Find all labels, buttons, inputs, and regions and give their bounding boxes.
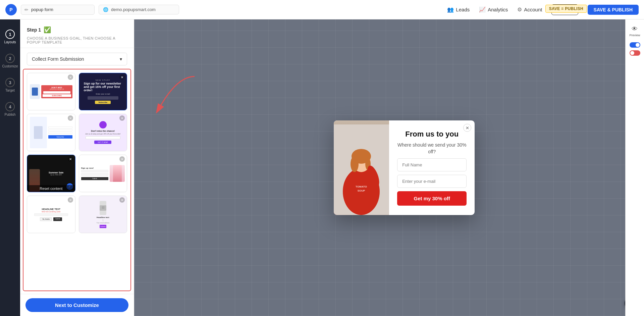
template-close-1[interactable]: ✕ [68, 74, 73, 80]
popup-close-button[interactable]: ✕ [463, 124, 471, 132]
popup-title: From us to you [397, 130, 467, 139]
globe-icon: 🌐 [103, 7, 108, 12]
leads-icon: 👥 [447, 6, 454, 13]
account-nav-link[interactable]: ⚙ Account [517, 6, 542, 13]
popup-cta-button[interactable]: Get my 30% off [397, 191, 467, 206]
template-close-6[interactable]: ✕ [119, 156, 125, 162]
template-preview-7: HEADLINE TEXT Write here something usefu… [27, 196, 75, 233]
template-close-7[interactable]: ✕ [68, 197, 73, 203]
popup-right-panel: ✕ From us to you Where should we send yo… [389, 120, 475, 215]
svg-text:SOUP: SOUP [358, 189, 365, 192]
save-publish-badge: SAVE = PUBLISH [545, 5, 587, 13]
step-number-4: 4 [5, 102, 15, 111]
toggle-off[interactable] [630, 50, 640, 56]
step-label-publish: Publish [5, 113, 16, 117]
step-number-3: 3 [5, 78, 15, 87]
analytics-nav-link[interactable]: 📈 Analytics [479, 6, 508, 13]
step-item-target[interactable]: 3 Target [1, 74, 19, 96]
main-content: 1 Layouts 2 Customize 3 Target 4 Publish… [0, 19, 644, 316]
step-item-publish[interactable]: 4 Publish [1, 99, 19, 120]
preview-button[interactable]: 👁 Preview [627, 23, 642, 40]
nav-links: 👥 Leads 📈 Analytics ⚙ Account SAVE SAVE … [447, 4, 639, 15]
step-subtitle: CHOOSE A BUSINESS GOAL, THEN CHOOSE A PO… [27, 36, 127, 44]
popup-name-field[interactable] [397, 158, 467, 171]
logo[interactable]: P [5, 4, 17, 15]
template-close-4[interactable]: ✕ [119, 115, 125, 121]
popup-figure: TOMATO SOUP [334, 120, 389, 215]
edit-icon: ✏ [24, 7, 29, 12]
goal-dropdown-label: Collect Form Submission [32, 56, 84, 62]
chevron-down-icon: ▾ [120, 56, 122, 62]
goal-dropdown[interactable]: Collect Form Submission ▾ [27, 53, 127, 65]
template-preview-3: Subscribe [27, 114, 75, 151]
template-close-5[interactable]: ✕ [68, 156, 73, 162]
leads-nav-link[interactable]: 👥 Leads [447, 6, 470, 13]
template-close-8[interactable]: ✕ [119, 197, 125, 203]
template-preview-1: DON'T MISS UPDATES FROM US SUBSCRIBE [27, 73, 75, 110]
toggle-on[interactable] [630, 42, 640, 48]
site-url-bar: 🌐 demo.popupsmart.com [99, 5, 179, 14]
step-label-target: Target [5, 89, 15, 93]
site-url: demo.popupsmart.com [111, 7, 156, 12]
template-close-3[interactable]: ✕ [68, 115, 73, 121]
template-card-5[interactable]: Summer Sale Up to 70% OFF ✓ Reset conten… [27, 155, 75, 192]
url-bar: ✏ [21, 5, 95, 15]
popup-image-panel: TOMATO SOUP [334, 120, 389, 215]
toggle-off-row [630, 50, 640, 56]
template-card-6[interactable]: Sign up now! Submit ✕ [79, 155, 127, 192]
step-number-1: 1 [5, 30, 15, 39]
template-card-8[interactable]: 🖼 Headline text Your email address Submi… [79, 196, 127, 233]
svg-point-5 [351, 156, 359, 172]
popup-email-field[interactable] [397, 175, 467, 188]
preview-icon: 👁 [632, 25, 638, 33]
template-card-3[interactable]: Subscribe ✕ [27, 114, 75, 151]
step-label-customize: Customize [2, 64, 18, 68]
right-panel: 👁 Preview [625, 19, 644, 316]
woman-illustration: TOMATO SOUP [334, 124, 389, 215]
step-item-layouts[interactable]: 1 Layouts [1, 26, 19, 48]
reset-content-label: Reset content [27, 185, 75, 192]
panel-footer: Next to Customize [20, 294, 134, 316]
template-card-4[interactable]: Don't miss the chance! Join us & today a… [79, 114, 127, 151]
svg-text:TOMATO: TOMATO [356, 185, 367, 188]
preview-label: Preview [629, 34, 640, 37]
step-indicator: Step 1 ✅ [27, 26, 127, 34]
toggle-on-row [630, 42, 640, 48]
step-label-layouts: Layouts [4, 40, 16, 44]
save-publish-button[interactable]: SAVE & PUBLISH [588, 5, 639, 15]
step-check-icon: ✅ [44, 26, 51, 34]
url-input[interactable] [31, 7, 91, 12]
template-card-2[interactable]: NEW STUFF Sign up for our newsletter and… [79, 73, 127, 110]
templates-container: DON'T MISS UPDATES FROM US SUBSCRIBE ✕ [23, 69, 131, 291]
steps-sidebar: 1 Layouts 2 Customize 3 Target 4 Publish [0, 19, 20, 316]
popup-subtitle: Where should we send your 30% off? [397, 142, 467, 155]
templates-grid: DON'T MISS UPDATES FROM US SUBSCRIBE ✕ [27, 73, 127, 233]
next-to-customize-button[interactable]: Next to Customize [25, 298, 128, 312]
account-icon: ⚙ [517, 6, 522, 13]
step-number-2: 2 [5, 54, 15, 63]
template-card-1[interactable]: DON'T MISS UPDATES FROM US SUBSCRIBE ✕ [27, 73, 75, 110]
canvas-area: TOMATO SOUP ✕ From us to you Where shoul… [134, 19, 625, 316]
step-title: Step 1 [27, 27, 41, 33]
popup-modal: TOMATO SOUP ✕ From us to you Where shoul… [334, 120, 475, 215]
analytics-icon: 📈 [479, 6, 486, 13]
panel: Step 1 ✅ CHOOSE A BUSINESS GOAL, THEN CH… [20, 19, 134, 316]
panel-header: Step 1 ✅ CHOOSE A BUSINESS GOAL, THEN CH… [20, 19, 134, 48]
step-item-customize[interactable]: 2 Customize [1, 50, 19, 72]
template-close-2[interactable]: ✕ [119, 74, 125, 80]
template-card-7[interactable]: HEADLINE TEXT Write here something usefu… [27, 196, 75, 233]
arrow-indicator [151, 73, 205, 113]
